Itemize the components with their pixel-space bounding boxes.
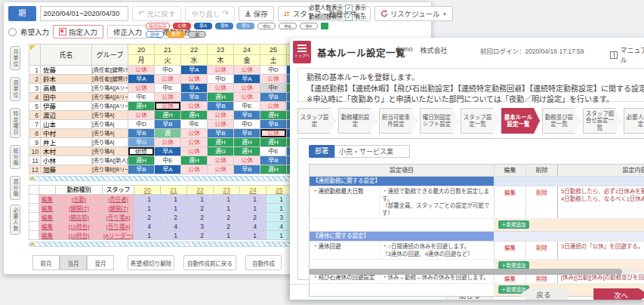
required-value-cell[interactable]: 3	[187, 222, 214, 231]
legend-chip[interactable]: 遅	[188, 31, 206, 38]
shift-cell[interactable]: 遅H	[234, 138, 260, 147]
shift-cell[interactable]: 遅	[155, 129, 181, 138]
tab-item[interactable]: 担当可能条件設定	[379, 108, 418, 134]
required-value-cell[interactable]: 1	[267, 231, 293, 240]
tab-item[interactable]: 勤務種別設定	[338, 108, 377, 134]
manual-link[interactable]: マニュアル	[610, 45, 644, 65]
period-button[interactable]: 期間	[8, 6, 36, 21]
shift-cell[interactable]: 中D	[128, 120, 155, 129]
shift-cell[interactable]: 早A	[128, 75, 155, 84]
shift-cell[interactable]: 公休	[260, 129, 287, 138]
shift-cell[interactable]: 中E	[260, 147, 287, 156]
legend-chip[interactable]: 研修	[146, 31, 164, 38]
shift-cell[interactable]: 遅H	[208, 138, 234, 147]
required-value-cell[interactable]: 1	[161, 231, 187, 240]
shift-cell[interactable]: 早A	[181, 66, 208, 75]
required-value-cell[interactable]: 1	[187, 195, 214, 204]
shift-cell[interactable]: 早B	[234, 165, 260, 174]
shift-cell[interactable]: 公休	[208, 66, 234, 75]
shift-cell[interactable]: 遅H	[181, 156, 208, 165]
fix-input-button[interactable]: 修正入力	[107, 25, 148, 39]
required-value-cell[interactable]: 1	[214, 231, 240, 240]
shift-cell[interactable]: 遅H	[260, 111, 287, 120]
date-link[interactable]: 22	[196, 186, 203, 194]
footer-button[interactable]: 前月	[32, 255, 60, 270]
delete-link[interactable]: 削除	[536, 276, 547, 282]
shift-cell[interactable]: 公休	[234, 93, 260, 102]
shift-cell[interactable]: 遅H	[234, 147, 260, 156]
shift-cell[interactable]: 早B	[181, 93, 208, 102]
shift-cell[interactable]: 遅H	[208, 93, 234, 102]
required-value-cell[interactable]: 4	[267, 222, 293, 231]
shift-cell[interactable]: 公休	[181, 147, 208, 156]
shift-cell[interactable]: 中E	[155, 84, 181, 93]
type-link[interactable]: [開店前]	[69, 214, 89, 221]
staff-link[interactable]: [売り場A]	[106, 223, 131, 230]
footer-button[interactable]: 自動作成	[245, 255, 282, 270]
back-button[interactable]: 戻る	[519, 288, 568, 300]
type-link[interactable]: [鍵開け]	[69, 205, 89, 212]
reschedule-button[interactable]: リスケジュール▼	[374, 6, 453, 21]
required-value-cell[interactable]: 2	[187, 213, 214, 222]
shift-cell[interactable]: 公休	[155, 138, 181, 147]
shift-cell[interactable]: 早A	[181, 84, 208, 93]
legend-chip[interactable]: 中F	[300, 23, 318, 29]
shift-cell[interactable]: 早B	[155, 120, 181, 129]
department-input[interactable]: 小売・サービス業	[334, 145, 410, 158]
shift-cell[interactable]: 早G	[128, 138, 155, 147]
shift-cell[interactable]: 研修	[128, 147, 155, 156]
type-link[interactable]: [10時台]	[69, 233, 90, 239]
shift-cell[interactable]: 中D	[234, 120, 260, 129]
tab-item[interactable]: スタッフ組合せ設定一覧	[583, 108, 621, 134]
date-link[interactable]: 23	[223, 186, 230, 194]
delete-link[interactable]: 削除	[536, 189, 547, 196]
shift-cell[interactable]: 公休	[181, 165, 208, 174]
tab-item[interactable]: 勤務並び設定一覧	[542, 108, 581, 134]
side-view-button[interactable]: 週分働	[10, 176, 20, 200]
shift-cell[interactable]: 遅H	[260, 165, 287, 174]
required-value-cell[interactable]: 2	[187, 231, 214, 240]
required-value-cell[interactable]: 1	[134, 195, 161, 204]
required-value-cell[interactable]: 1	[267, 204, 293, 213]
delete-link[interactable]: 削除	[536, 245, 547, 251]
legend-chip[interactable]	[321, 23, 328, 29]
edit-link[interactable]: 編集	[504, 189, 516, 196]
edit-link[interactable]: 編集	[42, 205, 53, 212]
shift-cell[interactable]: 公休	[155, 75, 181, 84]
shift-cell[interactable]: 遅H	[260, 138, 287, 147]
shift-cell[interactable]: 公休	[128, 84, 155, 93]
edit-link[interactable]: 編集	[42, 214, 53, 221]
shift-cell[interactable]: 中D	[260, 66, 287, 75]
undo-button[interactable]: ↶元に戻す	[132, 6, 181, 21]
shift-cell[interactable]: 中D	[155, 66, 181, 75]
shift-cell[interactable]: 早B	[128, 129, 155, 138]
tab-item[interactable]: スタッフ設定	[297, 108, 336, 134]
staff-link[interactable]: [責任者]	[108, 196, 128, 203]
required-value-cell[interactable]: 2	[187, 204, 214, 213]
required-value-cell[interactable]: 1	[134, 231, 161, 240]
shift-cell[interactable]: 公休	[260, 102, 287, 111]
side-view-button[interactable]: 月単位	[10, 46, 20, 70]
required-staff-side-button[interactable]: 必要人数	[10, 205, 20, 235]
shift-cell[interactable]: 遅H	[128, 156, 155, 165]
legend-chip[interactable]: 時間指定	[146, 23, 170, 29]
shift-cell[interactable]: 中E	[181, 120, 208, 129]
shift-cell[interactable]: 早B	[208, 129, 234, 138]
shift-cell[interactable]: 中D	[208, 75, 234, 84]
tab-item[interactable]: 曜日別固定シフト設定	[420, 108, 458, 134]
shift-cell[interactable]: 公休	[208, 111, 234, 120]
shift-cell[interactable]: 公休	[181, 102, 208, 111]
checkbox-checked-icon[interactable]: ✓	[345, 14, 353, 21]
shift-cell[interactable]: 早B	[208, 102, 234, 111]
shift-cell[interactable]: 公休	[234, 66, 260, 75]
side-view-button[interactable]: 総分働	[10, 145, 20, 169]
shift-cell[interactable]: 早B	[260, 93, 287, 102]
required-value-cell[interactable]: 1	[240, 231, 267, 240]
shift-cell[interactable]: 早A	[234, 75, 260, 84]
required-value-cell[interactable]: 1	[214, 195, 240, 204]
designate-input-button[interactable]: 指定入力	[53, 25, 103, 39]
date-link[interactable]: 20	[143, 186, 150, 194]
legend-chip[interactable]: 公休	[173, 23, 191, 29]
shift-cell[interactable]: 公休	[155, 102, 181, 111]
required-value-cell[interactable]: 1	[161, 204, 187, 213]
